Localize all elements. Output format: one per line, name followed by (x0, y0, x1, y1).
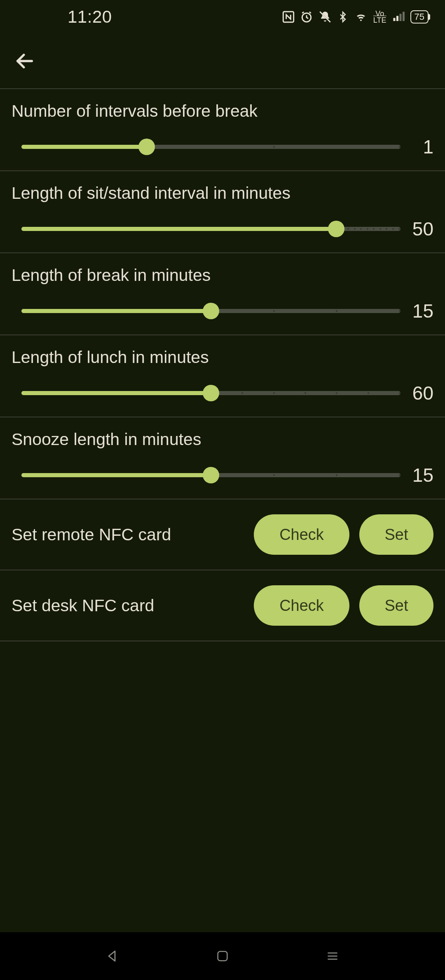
nfc-desk-set-button[interactable]: Set (359, 585, 433, 626)
svg-rect-5 (396, 16, 398, 21)
slider-thumb-snooze-length[interactable] (203, 467, 219, 483)
setting-lunch-length: Length of lunch in minutes60 (0, 335, 445, 417)
slider-lunch-length[interactable] (21, 385, 400, 401)
slider-value-break-length: 15 (410, 300, 433, 322)
nfc-remote-row: Set remote NFC card Check Set (0, 499, 445, 570)
nav-recent-button[interactable] (320, 944, 345, 968)
slider-value-intervals-before-break: 1 (410, 136, 433, 158)
svg-rect-6 (399, 14, 401, 21)
nav-home-icon (215, 949, 230, 963)
nfc-remote-check-button[interactable]: Check (254, 514, 349, 555)
svg-rect-8 (218, 952, 227, 961)
navigation-bar (0, 932, 445, 980)
status-bar: 11:20 VoLTE (0, 0, 445, 34)
setting-intervals-before-break: Number of intervals before break1 (0, 89, 445, 171)
wifi-icon (354, 11, 368, 23)
arrow-back-icon (14, 50, 35, 72)
svg-rect-7 (403, 12, 405, 21)
slider-intervals-before-break[interactable] (21, 139, 400, 155)
setting-snooze-length: Snooze length in minutes15 (0, 417, 445, 499)
nfc-remote-set-button[interactable]: Set (359, 514, 433, 555)
app-bar (0, 34, 445, 88)
svg-rect-4 (393, 18, 395, 21)
mute-icon (318, 10, 332, 24)
setting-label-snooze-length: Snooze length in minutes (12, 430, 433, 449)
nfc-desk-check-button[interactable]: Check (254, 585, 349, 626)
battery-percent: 75 (415, 12, 424, 21)
setting-label-sit-stand-interval: Length of sit/stand interval in minutes (12, 184, 433, 203)
slider-snooze-length[interactable] (21, 467, 400, 483)
nfc-icon (282, 10, 295, 24)
nav-home-button[interactable] (210, 944, 235, 968)
status-icons: VoLTE 75 (282, 10, 429, 24)
nav-back-icon (105, 949, 120, 964)
battery-indicator: 75 (410, 10, 429, 24)
clock-time: 11:20 (68, 7, 112, 27)
setting-label-break-length: Length of break in minutes (12, 266, 433, 285)
bluetooth-icon (337, 10, 349, 24)
slider-thumb-break-length[interactable] (203, 303, 219, 319)
slider-value-lunch-length: 60 (410, 382, 433, 404)
setting-label-lunch-length: Length of lunch in minutes (12, 348, 433, 367)
setting-label-intervals-before-break: Number of intervals before break (12, 101, 433, 121)
setting-break-length: Length of break in minutes15 (0, 253, 445, 335)
slider-sit-stand-interval[interactable] (21, 221, 400, 237)
slider-break-length[interactable] (21, 303, 400, 319)
nfc-desk-row: Set desk NFC card Check Set (0, 570, 445, 641)
nav-recent-icon (325, 949, 340, 964)
nfc-desk-label: Set desk NFC card (12, 596, 244, 615)
back-button[interactable] (13, 49, 36, 73)
slider-thumb-intervals-before-break[interactable] (138, 139, 155, 155)
slider-value-snooze-length: 15 (410, 464, 433, 486)
signal-icon (391, 11, 405, 23)
slider-thumb-sit-stand-interval[interactable] (328, 221, 344, 237)
volte-icon: VoLTE (373, 10, 386, 24)
nfc-remote-label: Set remote NFC card (12, 525, 244, 544)
slider-value-sit-stand-interval: 50 (410, 218, 433, 240)
setting-sit-stand-interval: Length of sit/stand interval in minutes5… (0, 171, 445, 253)
nav-back-button[interactable] (100, 944, 125, 968)
alarm-icon (300, 10, 313, 24)
slider-thumb-lunch-length[interactable] (203, 385, 219, 401)
